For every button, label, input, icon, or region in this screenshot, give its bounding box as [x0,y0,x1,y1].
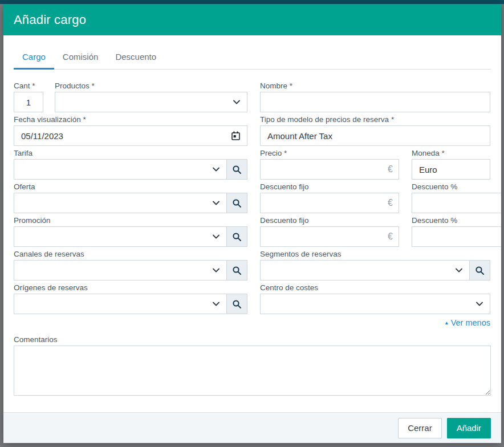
comments-label: Comentarios [14,335,491,344]
form-left-column: Cant * Productos * Fecha visualización * [14,81,247,327]
booking-channels-search-button[interactable] [226,260,247,281]
display-date-label: Fecha visualización * [14,115,247,124]
rate-field [14,159,247,180]
modal-footer: Cerrar Añadir [3,412,501,443]
cost-center-select[interactable] [260,294,490,314]
modal-body: Cargo Comisión Descuento Cant * Producto… [3,35,501,412]
offer-label: Oferta [14,182,247,192]
offer-field [14,193,247,213]
fixed-discount-2-input[interactable] [261,227,388,246]
display-date-field [14,125,247,146]
promotion-select[interactable] [14,226,226,247]
booking-segments-label: Segmentos de reservas [260,249,490,259]
add-charge-modal: Añadir cargo Cargo Comisión Descuento Ca… [3,4,501,443]
currency-input[interactable] [412,159,490,180]
search-icon [232,232,242,242]
percent-discount-1-input[interactable] [412,193,501,213]
fixed-discount-1-label: Descuento fijo [260,182,399,192]
fixed-discount-1-field: € [260,193,399,213]
promotion-label: Promoción [14,216,247,225]
products-label: Productos * [55,81,247,91]
promotion-field [14,226,247,247]
close-button[interactable]: Cerrar [398,418,442,438]
form-right-column: Nombre * Tipo de modelo de precios de re… [260,81,490,327]
quantity-input[interactable] [14,92,43,112]
tab-cargo[interactable]: Cargo [14,51,54,70]
chevron-down-icon [212,266,221,275]
pricing-model-input[interactable] [260,125,490,146]
tab-comision[interactable]: Comisión [54,51,107,69]
modal-header: Añadir cargo [3,4,501,35]
display-date-input[interactable] [14,126,230,145]
fixed-discount-2-label: Descuento fijo [260,216,399,225]
booking-channels-field [14,260,247,281]
booking-segments-search-button[interactable] [469,260,490,281]
rate-label: Tarifa [14,148,247,158]
chevron-down-icon [212,232,221,241]
quantity-label: Cant * [14,81,43,91]
search-icon [232,299,242,309]
search-icon [232,198,242,208]
percent-discount-2-label: Descuento % [412,216,501,225]
chevron-down-icon [212,299,221,308]
booking-channels-select[interactable] [14,260,226,281]
booking-origins-select[interactable] [14,294,226,314]
percent-discount-1-field: % [412,193,501,213]
currency-label: Moneda * [412,148,490,158]
chevron-down-icon [454,266,464,275]
products-select[interactable] [55,92,247,112]
dimmed-page-backdrop [0,0,504,4]
booking-channels-label: Canales de reservas [14,249,247,259]
rate-select[interactable] [14,159,226,180]
pricing-model-label: Tipo de modelo de precios de reserva * [260,115,490,124]
rate-search-button[interactable] [226,159,247,180]
euro-suffix: € [388,164,399,174]
percent-discount-2-field: % [412,226,501,247]
show-less-link[interactable]: ▴ Ver menos [445,318,490,327]
search-icon [232,266,242,275]
offer-select[interactable] [14,193,226,213]
modal-title: Añadir cargo [14,13,86,27]
booking-origins-field [14,294,247,314]
price-field: € [260,159,399,180]
tab-descuento[interactable]: Descuento [107,51,165,69]
booking-segments-field [260,260,490,281]
name-input[interactable] [260,92,490,112]
charge-form: Cant * Productos * Fecha visualización * [14,81,491,327]
offer-search-button[interactable] [226,193,247,213]
fixed-discount-2-field: € [260,226,399,247]
show-less-label: Ver menos [451,318,490,327]
calendar-icon[interactable] [230,131,247,141]
triangle-up-icon: ▴ [445,320,448,326]
chevron-down-icon [212,198,221,208]
chevron-down-icon [232,97,241,107]
euro-suffix: € [388,198,399,208]
euro-suffix: € [388,231,399,242]
ver-menos-row: ▴ Ver menos [260,316,490,327]
comments-textarea[interactable] [14,346,491,396]
comments-block: Comentarios [14,335,491,398]
chevron-down-icon [212,165,221,174]
percent-discount-1-label: Descuento % [412,182,501,192]
price-input[interactable] [261,160,388,179]
search-icon [232,165,242,174]
cost-center-label: Centro de costes [260,283,490,292]
percent-discount-2-input[interactable] [412,227,501,246]
fixed-discount-1-input[interactable] [261,193,388,213]
booking-origins-label: Orígenes de reservas [14,283,247,292]
add-button[interactable]: Añadir [447,418,491,438]
search-icon [475,266,485,275]
booking-origins-search-button[interactable] [226,294,247,314]
tab-bar: Cargo Comisión Descuento [14,51,491,70]
booking-segments-select[interactable] [260,260,469,281]
chevron-down-icon [475,299,484,308]
name-label: Nombre * [260,81,490,91]
promotion-search-button[interactable] [226,226,247,247]
price-label: Precio * [260,148,399,158]
